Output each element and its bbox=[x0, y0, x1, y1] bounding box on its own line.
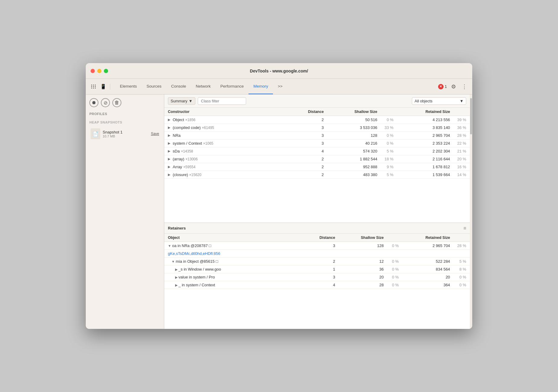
retainers-table: Object Distance Shallow Size Retained Si… bbox=[164, 234, 470, 289]
traffic-lights bbox=[91, 69, 108, 73]
retainer-row[interactable]: ▶ value in system / Pro 3 20 0 % 20 0 % bbox=[164, 273, 470, 281]
error-badge[interactable]: ✕ 1 bbox=[438, 84, 447, 89]
expand-arrow: ▶ bbox=[168, 157, 172, 161]
retained-size-cell: 3 835 140 bbox=[397, 124, 454, 132]
heap-table-body: ▶ Object ×1856 2 50 516 0 % 4 213 556 39… bbox=[164, 116, 470, 179]
retainer-retained-pct-cell bbox=[454, 250, 470, 258]
tab-console[interactable]: Console bbox=[166, 79, 191, 94]
sidebar-controls: ⏺ ⊘ 🗑 bbox=[89, 98, 160, 107]
snapshot-name: Snapshot 1 bbox=[103, 130, 149, 134]
ret-col-distance[interactable]: Distance bbox=[302, 234, 339, 242]
retained-pct-cell: 36 % bbox=[454, 124, 470, 132]
snapshot-item[interactable]: 📄 Snapshot 1 10.7 MB Save bbox=[89, 127, 160, 141]
summary-dropdown-arrow: ▼ bbox=[189, 99, 193, 103]
error-count: 1 bbox=[445, 84, 447, 89]
col-shallow-size[interactable]: Shallow Size bbox=[327, 108, 381, 116]
retainers-header: Retainers ≡ bbox=[164, 223, 470, 234]
count-badge: ×14358 bbox=[181, 149, 193, 153]
heap-table-row[interactable]: ▶ (closure) ×15620 2 483 380 5 % 1 539 6… bbox=[164, 171, 470, 179]
col-retained-size[interactable]: Retained Size bbox=[397, 108, 454, 116]
delete-button[interactable]: 🗑 bbox=[112, 98, 121, 107]
retained-pct-cell: 39 % bbox=[454, 116, 470, 124]
expand-arrow: ▶ bbox=[168, 118, 172, 122]
distance-cell: 3 bbox=[287, 132, 327, 140]
count-badge: ×61495 bbox=[202, 126, 214, 130]
snapshot-save-button[interactable]: Save bbox=[151, 132, 159, 136]
retainer-row[interactable]: ▼ mia in Object @85615 □ 2 12 0 % 522 28… bbox=[164, 258, 470, 265]
tab-network[interactable]: Network bbox=[191, 79, 216, 94]
heap-table-row[interactable]: ▶ system / Context ×1065 3 40 216 0 % 2 … bbox=[164, 140, 470, 147]
retainer-row[interactable]: ▶ _ in system / Context 4 28 0 % 364 0 % bbox=[164, 281, 470, 289]
right-scrollbar[interactable] bbox=[470, 95, 472, 329]
summary-dropdown[interactable]: Summary ▼ bbox=[168, 97, 195, 105]
tab-sources[interactable]: Sources bbox=[142, 79, 166, 94]
expand-arrow: ▶ bbox=[175, 283, 178, 287]
expand-arrow: ▶ bbox=[168, 141, 172, 145]
heap-table-row[interactable]: ▶ sDa ×14358 4 574 320 5 % 2 202 304 21 … bbox=[164, 147, 470, 155]
retained-pct-cell: 22 % bbox=[454, 140, 470, 147]
device-toolbar-icon[interactable]: 📱 bbox=[99, 82, 107, 91]
shallow-pct-cell: 0 % bbox=[381, 116, 397, 124]
cursor-tool-icon[interactable] bbox=[89, 82, 98, 91]
devtools-window: DevTools - www.google.com/ 📱 Elements So… bbox=[86, 63, 472, 329]
retained-pct-cell: 14 % bbox=[454, 171, 470, 179]
constructor-name: NRa bbox=[173, 133, 181, 138]
retained-pct-cell: 16 % bbox=[454, 163, 470, 171]
tab-elements[interactable]: Elements bbox=[115, 79, 142, 94]
settings-icon[interactable]: ⚙ bbox=[449, 82, 458, 91]
class-filter-input[interactable] bbox=[198, 97, 246, 105]
heap-table-row[interactable]: ▶ (compiled code) ×61495 3 3 533 036 33 … bbox=[164, 124, 470, 132]
scrollbar-thumb[interactable] bbox=[470, 98, 472, 134]
retained-size-cell: 1 539 664 bbox=[397, 171, 454, 179]
constructor-name: (compiled code) bbox=[173, 125, 201, 130]
title-bar: DevTools - www.google.com/ bbox=[86, 63, 472, 79]
minimize-button[interactable] bbox=[97, 69, 101, 73]
ret-col-shallow[interactable]: Shallow Size bbox=[339, 234, 387, 242]
record-button[interactable]: ⏺ bbox=[89, 98, 98, 107]
retainer-object-cell: ▶ value in system / Pro bbox=[164, 273, 302, 281]
retainer-retained-cell: 834 564 bbox=[402, 265, 454, 273]
retained-size-cell: 2 202 304 bbox=[397, 147, 454, 155]
devtools-body: ⏺ ⊘ 🗑 Profiles HEAP SNAPSHOTS 📄 Snapshot… bbox=[86, 95, 472, 329]
tab-more[interactable]: >> bbox=[273, 79, 287, 94]
col-retained-pct bbox=[454, 108, 470, 116]
col-distance[interactable]: Distance bbox=[287, 108, 327, 116]
retainer-link[interactable]: gKe,sTsDMc,dtl0hd,eHDfl:856 bbox=[168, 251, 220, 256]
heap-table-row[interactable]: ▶ Object ×1856 2 50 516 0 % 4 213 556 39… bbox=[164, 116, 470, 124]
retainer-object-name: value in system / Pro bbox=[178, 275, 215, 279]
constructor-cell: ▶ Object ×1856 bbox=[164, 116, 287, 124]
retainer-shallow-pct-cell: 0 % bbox=[387, 273, 402, 281]
close-button[interactable] bbox=[91, 69, 95, 73]
shallow-pct-cell: 0 % bbox=[381, 140, 397, 147]
retainers-menu-icon[interactable]: ≡ bbox=[463, 226, 466, 231]
shallow-pct-cell: 9 % bbox=[381, 163, 397, 171]
retainer-row[interactable]: ▶ _s in Window / www.goo 1 36 0 % 834 56… bbox=[164, 265, 470, 273]
maximize-button[interactable] bbox=[104, 69, 108, 73]
retainers-table-body: ▼ oa in NRa @208787 □ 3 128 0 % 2 965 70… bbox=[164, 242, 470, 289]
retainer-row[interactable]: gKe,sTsDMc,dtl0hd,eHDfl:856 bbox=[164, 250, 470, 258]
retainer-shallow-pct-cell: 0 % bbox=[387, 281, 402, 289]
retainer-row[interactable]: ▼ oa in NRa @208787 □ 3 128 0 % 2 965 70… bbox=[164, 242, 470, 250]
retainer-retained-pct-cell: 28 % bbox=[454, 242, 470, 250]
tab-memory[interactable]: Memory bbox=[249, 79, 273, 94]
heap-table-row[interactable]: ▶ Array ×59554 2 952 888 9 % 1 678 812 1… bbox=[164, 163, 470, 171]
expand-arrow: ▼ bbox=[172, 260, 176, 263]
col-constructor[interactable]: Constructor bbox=[164, 108, 287, 116]
more-options-icon[interactable]: ⋮ bbox=[460, 82, 469, 91]
retainers-title: Retainers bbox=[168, 226, 186, 230]
heap-table-row[interactable]: ▶ NRa 3 128 0 % 2 965 704 28 % bbox=[164, 132, 470, 140]
tab-performance[interactable]: Performance bbox=[216, 79, 249, 94]
objects-label: All objects bbox=[415, 99, 432, 103]
ret-col-object[interactable]: Object bbox=[164, 234, 302, 242]
objects-dropdown[interactable]: All objects ▼ bbox=[412, 97, 466, 105]
clear-button[interactable]: ⊘ bbox=[101, 98, 110, 107]
retainer-object-cell: ▼ mia in Object @85615 □ bbox=[164, 258, 302, 265]
heap-table-row[interactable]: ▶ (array) ×13006 2 1 882 544 18 % 2 116 … bbox=[164, 155, 470, 163]
retained-pct-cell: 21 % bbox=[454, 147, 470, 155]
ret-col-retained[interactable]: Retained Size bbox=[402, 234, 454, 242]
error-icon: ✕ bbox=[438, 84, 444, 89]
constructor-name: sDa bbox=[173, 149, 180, 153]
retainers-table-container: Object Distance Shallow Size Retained Si… bbox=[164, 234, 470, 329]
retainer-retained-cell: 20 bbox=[402, 273, 454, 281]
shallow-size-cell: 1 882 544 bbox=[327, 155, 381, 163]
